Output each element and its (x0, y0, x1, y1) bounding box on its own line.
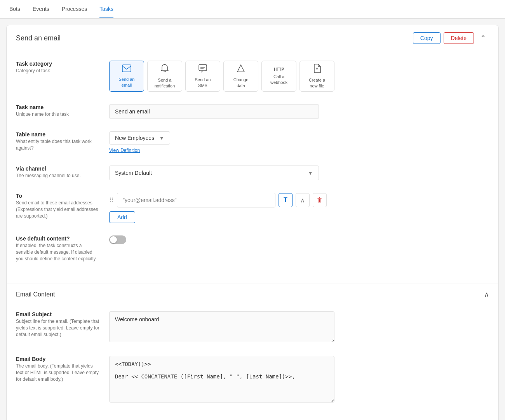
email-content-collapse-icon: ∧ (484, 290, 489, 299)
cat-change-data[interactable]: Changedata (223, 61, 258, 92)
task-name-label: Task name (16, 104, 100, 110)
table-name-dropdown[interactable]: New Employees ▼ (109, 131, 170, 145)
task-category-options: Send anemail Send anotification (109, 61, 489, 92)
email-subject-sublabel: Subject line for the email. (Template th… (16, 318, 100, 338)
task-card: Send an email Copy Delete ⌃ Task categor… (6, 25, 499, 420)
cat-create-file[interactable]: Create anew file (300, 61, 334, 92)
task-name-sublabel: Unique name for this task (16, 111, 100, 118)
task-name-input[interactable] (109, 104, 319, 119)
email-body-row: Email Body The email body. (Template tha… (16, 356, 489, 404)
template-icon: ∧ (300, 197, 305, 204)
table-dropdown-arrow: ▼ (159, 135, 164, 141)
email-subject-label: Email Subject (16, 311, 100, 317)
table-name-sublabel: What entity table does this task work ag… (16, 138, 100, 152)
header-actions: Copy Delete ⌃ (413, 32, 489, 44)
table-name-label-col: Table name What entity table does this t… (16, 131, 109, 152)
task-category-label: Task category (16, 61, 100, 67)
view-definition-link[interactable]: View Definition (109, 148, 489, 153)
webhook-icon: HTTP (274, 67, 284, 71)
use-default-label: Use default content? (16, 235, 100, 242)
text-type-button[interactable]: T (279, 193, 293, 207)
create-file-icon (313, 64, 321, 75)
collapse-button[interactable]: ⌃ (477, 32, 489, 44)
template-button[interactable]: ∧ (296, 193, 310, 207)
to-control: ⠿ T ∧ 🗑 Add (109, 193, 489, 223)
email-subject-control (109, 311, 489, 343)
use-default-content-row: Use default content? If enabled, the tas… (16, 235, 489, 262)
cat-send-sms[interactable]: Send anSMS (185, 61, 220, 92)
cat-change-data-label: Changedata (233, 77, 249, 88)
via-channel-row: Via channel The messaging channel to use… (16, 166, 489, 180)
email-content-body: Email Subject Subject line for the email… (7, 305, 498, 420)
main-content: Send an email Copy Delete ⌃ Task categor… (0, 19, 505, 420)
notification-icon (160, 64, 169, 75)
email-body-textarea[interactable] (109, 356, 334, 403)
cat-send-email-label: Send anemail (119, 77, 135, 88)
task-name-row: Task name Unique name for this task (16, 104, 489, 119)
task-category-row: Task category Category of task (16, 61, 489, 92)
nav-item-tasks[interactable]: Tasks (99, 0, 113, 18)
email-content-title: Email Content (16, 291, 55, 298)
nav-item-bots[interactable]: Bots (9, 0, 20, 18)
email-body-label-col: Email Body The email body. (Template tha… (16, 356, 109, 382)
table-name-control: New Employees ▼ View Definition (109, 131, 489, 153)
via-channel-label-col: Via channel The messaging channel to use… (16, 166, 109, 179)
cat-sms-label: Send anSMS (195, 77, 211, 88)
svg-marker-5 (237, 65, 244, 72)
svg-rect-2 (199, 64, 207, 71)
trash-icon: 🗑 (317, 197, 323, 204)
to-sublabel: Send email to these email addresses. (Ex… (16, 200, 100, 219)
cat-call-webhook[interactable]: HTTP Call awebhook (261, 61, 296, 92)
email-body-control (109, 356, 489, 404)
card-body: Task category Category of task (7, 51, 498, 284)
drag-handle-icon: ⠿ (109, 197, 114, 204)
add-to-button[interactable]: Add (109, 211, 135, 223)
task-name-control (109, 104, 489, 119)
nav-item-events[interactable]: Events (33, 0, 49, 18)
top-navigation: Bots Events Processes Tasks (0, 0, 505, 19)
via-channel-value: System Default (115, 170, 152, 176)
cat-webhook-label: Call awebhook (270, 74, 287, 85)
use-default-sublabel: If enabled, the task constructs a sensib… (16, 242, 100, 262)
via-channel-control: System Default ▼ (109, 166, 489, 180)
via-channel-label: Via channel (16, 166, 100, 172)
to-label-col: To Send email to these email addresses. … (16, 193, 109, 219)
delete-button[interactable]: Delete (444, 32, 474, 44)
cat-create-file-label: Create anew file (309, 77, 325, 89)
use-default-control (109, 235, 489, 244)
sms-icon (199, 64, 207, 75)
copy-button[interactable]: Copy (413, 32, 441, 44)
channel-dropdown-arrow: ▼ (308, 170, 313, 176)
to-label: To (16, 193, 100, 199)
use-default-label-col: Use default content? If enabled, the tas… (16, 235, 109, 262)
email-content-header[interactable]: Email Content ∧ (7, 284, 498, 305)
to-row: ⠿ T ∧ 🗑 (109, 193, 327, 207)
task-name-label-col: Task name Unique name for this task (16, 104, 109, 118)
cat-send-notification[interactable]: Send anotification (147, 61, 182, 92)
card-title: Send an email (16, 34, 61, 42)
email-subject-textarea[interactable] (109, 311, 334, 342)
table-name-value: New Employees (115, 135, 154, 141)
via-channel-dropdown[interactable]: System Default ▼ (109, 166, 319, 180)
task-category-buttons: Send anemail Send anotification (109, 61, 489, 92)
toggle-knob (110, 236, 117, 243)
email-body-label: Email Body (16, 356, 100, 362)
email-subject-row: Email Subject Subject line for the email… (16, 311, 489, 343)
delete-to-button[interactable]: 🗑 (313, 193, 327, 207)
nav-item-processes[interactable]: Processes (62, 0, 87, 18)
table-name-row: Table name What entity table does this t… (16, 131, 489, 153)
cat-notification-label: Send anotification (155, 77, 175, 89)
change-data-icon (237, 64, 245, 75)
to-email-input[interactable] (117, 193, 275, 207)
svg-rect-0 (122, 65, 131, 72)
email-subject-label-col: Email Subject Subject line for the email… (16, 311, 109, 338)
cat-send-email[interactable]: Send anemail (109, 61, 144, 92)
email-body-sublabel: The email body. (Template that yields te… (16, 363, 100, 382)
task-category-sublabel: Category of task (16, 68, 100, 74)
use-default-toggle[interactable] (109, 235, 126, 244)
email-icon (122, 64, 131, 74)
task-category-label-col: Task category Category of task (16, 61, 109, 74)
card-header: Send an email Copy Delete ⌃ (7, 25, 498, 51)
via-channel-sublabel: The messaging channel to use. (16, 173, 100, 179)
table-name-label: Table name (16, 131, 100, 138)
